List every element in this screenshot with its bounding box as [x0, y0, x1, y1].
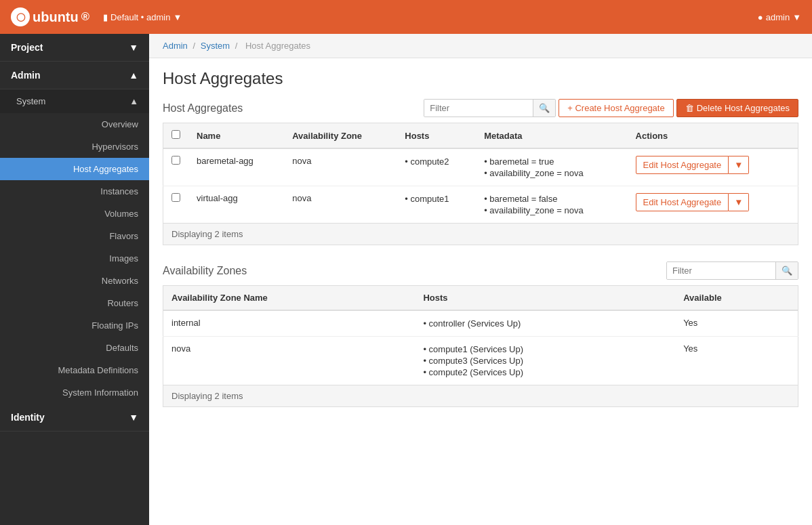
breadcrumb-current: Host Aggregates	[245, 41, 310, 51]
host-item: compute1	[405, 193, 468, 205]
edit-host-aggregate-button[interactable]: Edit Host Aggregate	[636, 156, 729, 174]
system-collapse-icon: ▲	[129, 96, 138, 106]
user-dropdown-icon: ▼	[792, 12, 801, 22]
row-checkbox[interactable]	[171, 193, 180, 202]
top-nav: ◯ ubuntu® ▮ Default • admin ▼ ● admin ▼	[0, 0, 812, 34]
sidebar-item-overview[interactable]: Overview	[0, 113, 149, 135]
sidebar-item-hypervisors[interactable]: Hypervisors	[0, 135, 149, 158]
row-actions: Edit Host Aggregate ▼	[628, 148, 798, 186]
row-actions: Edit Host Aggregate ▼	[628, 186, 798, 224]
az-hosts-list: compute1 (Services Up) compute3 (Service…	[423, 343, 667, 378]
project-selector-label: Default • admin	[110, 12, 170, 22]
sidebar-item-defaults[interactable]: Defaults	[0, 337, 149, 359]
user-menu-label: admin	[766, 12, 790, 22]
identity-collapse-icon: ▼	[129, 412, 138, 423]
sidebar-item-metadata-definitions[interactable]: Metadata Definitions	[0, 359, 149, 381]
sidebar-item-networks[interactable]: Networks	[0, 270, 149, 292]
project-selector[interactable]: ▮ Default • admin ▼	[103, 12, 182, 22]
sidebar-admin-header[interactable]: Admin ▲	[0, 62, 149, 89]
az-hosts: controller (Services Up)	[415, 310, 675, 337]
az-name: nova	[163, 337, 415, 385]
sidebar-item-host-aggregates[interactable]: Host Aggregates	[0, 158, 149, 180]
metadata-item: availability_zone = nova	[484, 167, 619, 179]
table-row: virtual-agg nova compute1 baremetal = fa…	[163, 186, 798, 224]
metadata-item: baremetal = true	[484, 156, 619, 167]
host-aggregates-table-footer: Displaying 2 items	[163, 224, 798, 245]
table-row: baremetal-agg nova compute2 baremetal = …	[163, 148, 798, 186]
az-filter-search-icon[interactable]: 🔍	[775, 262, 798, 279]
az-available: Yes	[675, 310, 798, 337]
az-host-item: compute3 (Services Up)	[423, 355, 667, 366]
az-header-available: Available	[675, 286, 798, 311]
az-toolbar: Availability Zones 🔍	[163, 261, 798, 280]
header-name: Name	[188, 123, 284, 149]
user-menu[interactable]: ● admin ▼	[758, 12, 801, 22]
az-header-hosts: Hosts	[415, 286, 675, 311]
filter-search-icon[interactable]: 🔍	[533, 100, 555, 117]
row-name: virtual-agg	[188, 186, 284, 224]
sidebar-item-system-information[interactable]: System Information	[0, 381, 149, 404]
sidebar-system-header[interactable]: System ▲	[0, 89, 149, 113]
dropdown-arrow-icon: ▼	[173, 12, 182, 22]
sidebar-item-instances[interactable]: Instances	[0, 180, 149, 203]
sidebar-identity-label: Identity	[11, 412, 45, 423]
metadata-list: baremetal = true availability_zone = nov…	[484, 156, 619, 179]
table-header-row: Name Availability Zone Hosts Metadata Ac…	[163, 123, 798, 149]
ubuntu-logo: ◯ ubuntu®	[11, 7, 89, 26]
host-aggregates-table: Name Availability Zone Hosts Metadata Ac…	[163, 123, 798, 224]
row-name: baremetal-agg	[188, 148, 284, 186]
ubuntu-circle: ◯	[11, 7, 30, 26]
host-item: compute2	[405, 156, 468, 167]
filter-box: 🔍	[424, 99, 556, 117]
action-dropdown-button[interactable]: ▼	[729, 193, 749, 211]
header-metadata: Metadata	[476, 123, 627, 149]
sidebar: Project ▼ Admin ▲ System ▲ Overview Hype…	[0, 34, 149, 525]
delete-host-aggregate-button[interactable]: 🗑 Delete Host Aggregates	[676, 99, 798, 117]
sidebar-item-floating-ips[interactable]: Floating IPs	[0, 314, 149, 337]
host-aggregates-section: Host Aggregates 🔍 + Create Host Aggregat…	[149, 93, 812, 256]
row-metadata: baremetal = false availability_zone = no…	[476, 186, 627, 224]
toolbar-buttons: 🔍 + Create Host Aggregate 🗑 Delete Host …	[424, 99, 798, 117]
sidebar-item-images[interactable]: Images	[0, 247, 149, 270]
filter-input[interactable]	[424, 100, 533, 117]
az-section-title: Availability Zones	[163, 265, 247, 277]
sidebar-system-label: System	[16, 96, 45, 106]
row-metadata: baremetal = true availability_zone = nov…	[476, 148, 627, 186]
az-table-body: internal controller (Services Up) Yes no…	[163, 310, 798, 385]
host-aggregates-toolbar: Host Aggregates 🔍 + Create Host Aggregat…	[163, 99, 798, 117]
sidebar-identity-header[interactable]: Identity ▼	[0, 404, 149, 432]
az-hosts-list: controller (Services Up)	[423, 318, 667, 329]
sidebar-item-flavors[interactable]: Flavors	[0, 225, 149, 247]
metadata-item: availability_zone = nova	[484, 205, 619, 216]
page-title: Host Aggregates	[163, 69, 798, 88]
az-available: Yes	[675, 337, 798, 385]
row-hosts: compute1	[397, 186, 476, 224]
header-actions: Actions	[628, 123, 798, 149]
project-collapse-icon: ▼	[129, 42, 138, 53]
top-nav-left: ◯ ubuntu® ▮ Default • admin ▼	[11, 7, 182, 26]
create-host-aggregate-button[interactable]: + Create Host Aggregate	[559, 99, 673, 117]
row-checkbox-cell	[163, 148, 189, 186]
trash-icon: 🗑	[685, 103, 694, 113]
az-host-item: controller (Services Up)	[423, 318, 667, 329]
row-availability-zone: nova	[284, 148, 397, 186]
layout: Project ▼ Admin ▲ System ▲ Overview Hype…	[0, 34, 812, 525]
host-aggregates-section-title: Host Aggregates	[163, 102, 243, 114]
action-btn-group: Edit Host Aggregate ▼	[636, 193, 790, 211]
row-hosts: compute2	[397, 148, 476, 186]
az-filter-input[interactable]	[667, 262, 775, 279]
action-dropdown-button[interactable]: ▼	[729, 156, 749, 174]
sidebar-admin-label: Admin	[11, 70, 41, 81]
header-hosts: Hosts	[397, 123, 476, 149]
breadcrumb: Admin / System / Host Aggregates	[149, 34, 812, 58]
sidebar-project-label: Project	[11, 42, 43, 53]
row-checkbox[interactable]	[171, 156, 180, 165]
breadcrumb-system[interactable]: System	[201, 41, 230, 51]
sidebar-item-routers[interactable]: Routers	[0, 292, 149, 314]
edit-host-aggregate-button[interactable]: Edit Host Aggregate	[636, 193, 729, 211]
breadcrumb-admin[interactable]: Admin	[163, 41, 188, 51]
select-all-checkbox[interactable]	[171, 130, 180, 139]
sidebar-project-header[interactable]: Project ▼	[0, 34, 149, 62]
action-btn-group: Edit Host Aggregate ▼	[636, 156, 790, 174]
sidebar-item-volumes[interactable]: Volumes	[0, 203, 149, 225]
